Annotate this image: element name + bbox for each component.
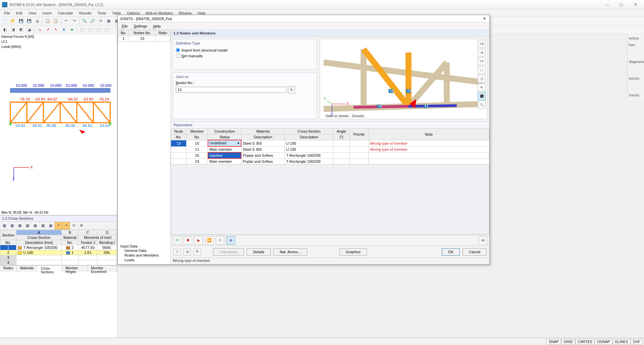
tree-nodes-members[interactable]: Nodes and Members xyxy=(120,253,168,258)
graphics-button[interactable]: Graphics xyxy=(339,248,367,256)
pv-view-y[interactable]: +Y xyxy=(478,57,486,65)
open-icon[interactable]: 📂 xyxy=(9,17,17,25)
tbtn-j[interactable]: ⬚ xyxy=(78,26,86,33)
tbtn-f[interactable]: ↗ xyxy=(44,26,51,33)
find-icon[interactable]: 🔎 xyxy=(89,17,96,25)
pt-pick-icon[interactable]: ↖ xyxy=(216,236,224,245)
ct-btn-11[interactable]: ⚙ xyxy=(78,222,85,229)
radio-import-input[interactable] xyxy=(176,48,180,52)
ct-btn-5[interactable]: ▦ xyxy=(32,222,39,229)
tree-general-data[interactable]: General Data xyxy=(120,248,168,253)
cross-table[interactable]: Section A B C D Cross-Section Material M… xyxy=(0,230,117,265)
ct-btn-3[interactable]: ▦ xyxy=(16,222,23,229)
undo-icon[interactable]: ↶ xyxy=(62,17,70,25)
ct-btn-1[interactable]: ▦ xyxy=(1,222,8,229)
status-cartes[interactable]: CARTES xyxy=(575,339,595,344)
tbtn-b[interactable]: ◨ xyxy=(9,26,17,33)
status-grid[interactable]: GRID xyxy=(561,339,575,344)
dlg-menu-file[interactable]: File xyxy=(119,23,130,29)
menu-edit[interactable]: Edit xyxy=(13,10,25,16)
status-dropdown[interactable]: Undefined▾ xyxy=(208,140,241,146)
radio-import[interactable]: Import from structural model xyxy=(176,47,314,53)
ct-btn-6[interactable]: ▦ xyxy=(39,222,47,229)
diagram-area[interactable]: X Z 10.000 10.000 10.000 10.000 10.000 1… xyxy=(0,49,117,210)
close-button[interactable]: ✕ xyxy=(629,1,642,8)
pv-view-iso[interactable]: ⬚ xyxy=(478,66,486,74)
tbtn-g[interactable]: ↖ xyxy=(52,26,59,33)
dlg-menu-settings[interactable]: Settings xyxy=(131,23,150,29)
pt-eye-icon[interactable]: 👁 xyxy=(226,236,235,245)
status-dxf[interactable]: DXF xyxy=(631,339,643,344)
zoom-icon[interactable]: 🔍 xyxy=(81,17,88,25)
tbtn-h[interactable]: ⬍ xyxy=(60,26,67,33)
tab-member-hinges[interactable]: Member Hinges xyxy=(62,266,88,272)
status-dropdown-option[interactable]: Inactive xyxy=(208,152,241,158)
tbtn-l[interactable]: ⬚ xyxy=(95,26,102,33)
pick-node-button[interactable]: ↖ xyxy=(288,86,295,93)
dialog-close-icon[interactable]: ✕ xyxy=(482,16,487,21)
tbtn-m[interactable]: ⬚ xyxy=(103,26,110,33)
status-osnap[interactable]: OSNAP xyxy=(595,339,612,344)
ct-btn-4[interactable]: ▦ xyxy=(24,222,31,229)
save-icon[interactable]: 💾 xyxy=(17,17,25,25)
print-icon[interactable]: 🖨 xyxy=(34,17,41,25)
ct-btn-8[interactable]: ↶ xyxy=(55,222,62,229)
paste-icon[interactable]: 📋 xyxy=(52,17,59,25)
tbtn-c[interactable]: ◩ xyxy=(17,26,25,33)
parameters-table[interactable]: Node Member Construction Material Cross-… xyxy=(171,128,489,164)
refresh-icon[interactable]: ⟳ xyxy=(97,17,104,25)
pv-view-x[interactable]: +X xyxy=(478,40,486,48)
tbtn-misc-1[interactable]: ▦ xyxy=(105,17,112,25)
pv-view-top[interactable]: ◻ xyxy=(478,75,486,83)
ct-btn-10[interactable]: ⟳ xyxy=(70,222,77,229)
status-glines[interactable]: GLINES xyxy=(612,339,631,344)
import-icon[interactable]: ⇱ xyxy=(194,248,201,256)
help-icon[interactable]: ? xyxy=(173,248,181,256)
ct-btn-7[interactable]: ▦ xyxy=(47,222,54,229)
pt-fwd-icon[interactable]: ⏩ xyxy=(205,236,214,245)
menu-calculate[interactable]: Calculate xyxy=(55,10,76,16)
export-icon[interactable]: ⇲ xyxy=(183,248,191,256)
ct-btn-9[interactable]: ↷ xyxy=(62,222,70,229)
new-icon[interactable]: 📄 xyxy=(1,17,9,25)
ct-btn-2[interactable]: ▦ xyxy=(8,222,16,229)
radio-manual[interactable]: Set manually xyxy=(176,53,314,59)
pv-edit[interactable]: ✎ xyxy=(478,83,486,91)
nat-annex-button[interactable]: Nat. Annex... xyxy=(273,248,307,256)
pt-refresh-icon[interactable]: ⟳ xyxy=(173,236,181,245)
dlg-menu-help[interactable]: Help xyxy=(151,23,164,29)
tab-nodes[interactable]: Nodes xyxy=(0,266,17,272)
saveall-icon[interactable]: 💾 xyxy=(25,17,33,25)
tbtn-k[interactable]: ⬚ xyxy=(87,26,94,33)
ok-button[interactable]: OK xyxy=(442,248,460,256)
tbtn-e[interactable]: ↘ xyxy=(36,26,43,33)
calculation-button[interactable]: Calculation xyxy=(213,248,244,256)
tbtn-i[interactable]: ⬌ xyxy=(68,26,75,33)
minimize-button[interactable]: — xyxy=(600,1,614,8)
tree-root[interactable]: Input Data xyxy=(120,244,168,248)
menu-tools[interactable]: Tools xyxy=(95,10,109,16)
pt-eye2-icon[interactable]: 👁 xyxy=(479,236,487,245)
menu-view[interactable]: View xyxy=(26,10,39,16)
dlg-mini-table[interactable]: No. Nodes No. Ratio 1 13 xyxy=(118,30,170,42)
tab-materials[interactable]: Materials xyxy=(17,266,38,272)
tab-member-ecc[interactable]: Member Eccentricit xyxy=(88,266,117,272)
tbtn-a[interactable]: ◧ xyxy=(1,26,9,33)
copy-icon[interactable]: 📋 xyxy=(44,17,51,25)
nodes-input[interactable] xyxy=(176,87,286,93)
redo-icon[interactable]: ↷ xyxy=(70,17,78,25)
menu-file[interactable]: File xyxy=(1,10,13,16)
tree-loads[interactable]: Loads xyxy=(120,258,168,262)
preview-3d[interactable]: 16 23 10 11 X Z Y Steel to xyxy=(320,39,487,119)
menu-results[interactable]: Results xyxy=(76,10,94,16)
details-button[interactable]: Details xyxy=(247,248,271,256)
tab-cross-sections[interactable]: Cross-Sections xyxy=(37,266,62,272)
menu-insert[interactable]: Insert xyxy=(40,10,54,16)
cancel-button[interactable]: Cancel xyxy=(463,248,487,256)
pt-next-icon[interactable]: ▶ xyxy=(194,236,203,245)
pt-delete-icon[interactable]: ✖ xyxy=(183,236,192,245)
pv-cube[interactable]: ⬛ xyxy=(478,92,486,100)
maximize-button[interactable]: ▢ xyxy=(614,1,628,8)
tbtn-d[interactable]: ◪ xyxy=(25,26,33,33)
status-snap[interactable]: SNAP xyxy=(546,339,561,344)
